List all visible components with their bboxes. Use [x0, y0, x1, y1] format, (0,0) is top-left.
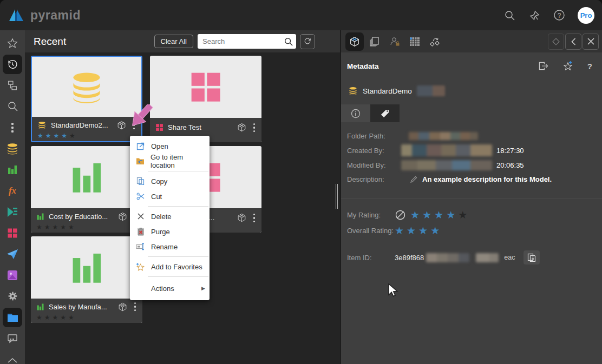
search-input[interactable]: [198, 37, 281, 45]
sidebar-item-more[interactable]: [3, 118, 22, 137]
bar-chart-icon: [36, 303, 44, 311]
sidebar-item-content-tree[interactable]: [3, 76, 22, 95]
sidebar-item-distribute[interactable]: [3, 244, 22, 264]
my-rating-stars[interactable]: ★★★★★: [410, 210, 470, 220]
purge-trash-icon: [136, 227, 145, 236]
export-icon[interactable]: [538, 61, 548, 71]
menu-item-add-to-favorites[interactable]: Add to Favorites: [130, 259, 210, 274]
database-icon: [69, 71, 104, 103]
menu-item-copy[interactable]: Copy: [130, 174, 210, 189]
sidebar-item-discover[interactable]: [3, 160, 22, 180]
rename-icon: [136, 243, 145, 250]
console-icon: [6, 333, 18, 344]
sidebar-item-model[interactable]: [3, 139, 22, 158]
sidebar-item-present[interactable]: [3, 202, 22, 222]
diamond-button[interactable]: [548, 34, 564, 50]
tile-sales-by-manufacturer[interactable]: Sales by Manufa... ★★★★★: [31, 236, 142, 323]
sidebar-item-content-manager[interactable]: [3, 308, 22, 327]
tile-rating[interactable]: ★★★★★: [36, 315, 138, 321]
tile-preview-model: [32, 57, 141, 117]
cube-icon[interactable]: [237, 213, 247, 223]
panel-resize-handle[interactable]: [336, 184, 338, 209]
sidebar-item-favorites[interactable]: [3, 34, 22, 53]
grid-tiles-icon: [7, 228, 18, 239]
chevron-up-icon: [8, 358, 17, 363]
database-icon: [6, 143, 19, 155]
tile-menu-dots[interactable]: [132, 302, 139, 312]
tile-rating[interactable]: ★★★★★: [37, 133, 137, 139]
tile-standarddemo2[interactable]: StandardDemo2... ★★★★★: [31, 56, 142, 142]
tile-share-test[interactable]: Share Test: [150, 56, 261, 142]
sidebar-item-admin[interactable]: [3, 287, 22, 306]
database-icon: [37, 121, 47, 129]
cube-icon[interactable]: [116, 120, 127, 130]
menu-item-purge[interactable]: Purge: [130, 224, 210, 239]
tab-tags[interactable]: [370, 104, 400, 122]
sidebar-item-publish[interactable]: [3, 223, 22, 243]
delete-x-icon: [136, 213, 145, 220]
database-icon: [348, 87, 358, 95]
cube-icon[interactable]: [117, 211, 128, 222]
sidebar-item-formulate[interactable]: fx: [3, 181, 22, 201]
clear-rating-icon[interactable]: [395, 209, 406, 221]
topbar: pyramid ? Pro: [0, 0, 602, 30]
page-title: Recent: [34, 36, 66, 48]
menu-item-go-to-item-location[interactable]: Go to item location: [130, 154, 210, 169]
pro-account-badge[interactable]: Pro: [578, 7, 594, 24]
menu-item-cut[interactable]: Cut: [130, 189, 210, 204]
tool-grid-button[interactable]: [405, 32, 424, 51]
copy-id-button[interactable]: [524, 250, 540, 264]
close-panel-button[interactable]: [583, 34, 599, 50]
tile-footer: Sales by Manufa... ★★★★★: [31, 299, 142, 323]
refresh-button[interactable]: [300, 34, 315, 49]
tile-preview-chart: [31, 236, 142, 299]
tile-footer: StandardDemo2... ★★★★★: [32, 117, 141, 141]
paper-plane-icon: [6, 249, 18, 260]
tool-model-flow-button[interactable]: [426, 32, 444, 51]
pin-icon[interactable]: [528, 9, 541, 22]
clear-all-button[interactable]: Clear All: [154, 35, 193, 48]
tile-rating[interactable]: ★★★★★: [36, 224, 138, 230]
help-icon[interactable]: ?: [553, 9, 566, 22]
favorite-star-plus-icon[interactable]: [562, 61, 573, 71]
tile-menu-dots[interactable]: [251, 123, 258, 133]
tile-preview-grid: [150, 56, 261, 118]
field-created-by: Created By: 18:27:30: [341, 143, 602, 158]
sidebar-item-recent[interactable]: [3, 55, 22, 74]
sidebar-item-console[interactable]: [3, 329, 22, 348]
tile-menu-dots[interactable]: [131, 121, 138, 130]
open-icon: [136, 142, 145, 150]
field-folder-path: Folder Path:: [341, 129, 602, 143]
redacted-item-id: [476, 253, 499, 262]
sidebar-item-search[interactable]: [3, 97, 22, 116]
help-icon[interactable]: ?: [587, 62, 592, 71]
section-divider: [341, 198, 602, 198]
menu-item-open[interactable]: Open: [130, 138, 210, 154]
menu-item-actions[interactable]: Actions ▶: [130, 279, 210, 297]
tool-cube-button[interactable]: [345, 32, 364, 51]
tool-user-lock-button[interactable]: [385, 32, 404, 51]
item-id-row: Item ID: 3e89f868 eac: [341, 249, 602, 266]
tab-info[interactable]: [341, 104, 370, 122]
search-icon[interactable]: [503, 9, 516, 22]
cube-icon[interactable]: [237, 122, 247, 133]
menu-item-rename[interactable]: Rename: [130, 239, 210, 254]
overall-rating-stars: ★★★★: [395, 226, 442, 236]
field-description: Description: An example description for …: [341, 172, 602, 186]
menu-item-delete[interactable]: Delete: [130, 209, 210, 224]
cube-icon[interactable]: [117, 302, 128, 312]
grid-tiles-icon: [155, 123, 163, 131]
description-text: An example description for this Model.: [422, 175, 552, 183]
tile-cost-by-education[interactable]: Cost by Educatio... ★★★★★: [31, 146, 142, 233]
sidebar-collapse[interactable]: [8, 358, 17, 363]
submenu-arrow-icon: ▶: [201, 286, 205, 291]
search-box: [198, 34, 296, 49]
collapse-left-button[interactable]: [565, 34, 581, 50]
tool-copies-button[interactable]: [365, 32, 384, 51]
sidebar-item-illustrate[interactable]: [3, 266, 22, 285]
item-id-suffix: eac: [504, 254, 515, 261]
edit-pencil-icon[interactable]: [410, 175, 418, 183]
my-rating-row: My Rating: ★★★★★: [341, 207, 602, 223]
tile-menu-dots[interactable]: [251, 214, 258, 223]
search-submit-icon[interactable]: [281, 34, 296, 49]
